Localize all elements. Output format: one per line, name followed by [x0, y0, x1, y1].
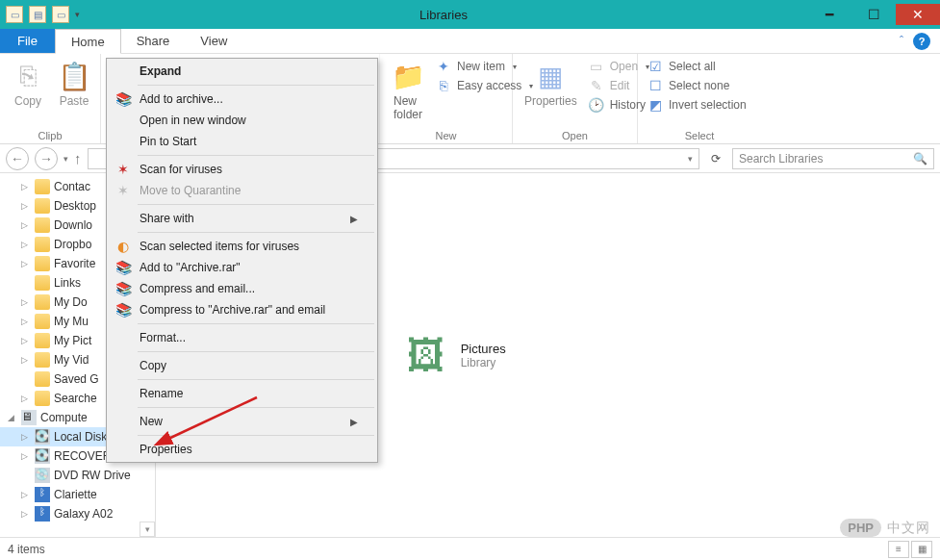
- folder-icon: [35, 391, 50, 406]
- ribbon-group-label: Clipb: [8, 128, 92, 143]
- tree-item-drive[interactable]: 💿DVD RW Drive: [0, 466, 155, 485]
- folder-icon: [35, 275, 50, 291]
- cm-share-with[interactable]: Share with▶: [109, 208, 375, 229]
- qat-newfolder-icon[interactable]: ▭: [52, 6, 69, 23]
- invert-icon: ◩: [648, 97, 663, 113]
- menu-bar: File Home Share View ˆ ?: [0, 29, 940, 54]
- disk-icon: 💽: [35, 429, 50, 445]
- folder-icon: [35, 294, 50, 310]
- folder-icon: [35, 371, 50, 387]
- minimize-button[interactable]: ━: [807, 4, 851, 25]
- virus-orange-icon: ◐: [114, 238, 132, 255]
- file-menu[interactable]: File: [0, 29, 55, 53]
- archive-icon: 📚: [114, 280, 132, 297]
- history-icon: 🕑: [589, 97, 604, 113]
- cm-add-archive[interactable]: 📚Add to archive...: [109, 89, 375, 110]
- address-dropdown-icon[interactable]: ▾: [688, 154, 693, 164]
- refresh-button[interactable]: ⟳: [705, 148, 726, 169]
- dvd-icon: 💿: [35, 468, 50, 483]
- folder-icon: [35, 179, 50, 194]
- back-button[interactable]: ←: [6, 147, 29, 170]
- bluetooth-icon: ᛒ: [35, 506, 50, 522]
- bluetooth-icon: ᛒ: [35, 487, 50, 502]
- title-bar: ▭ ▤ ▭ ▾ Libraries ━ ☐ ✕: [0, 0, 940, 29]
- cm-open-new-window[interactable]: Open in new window: [109, 110, 375, 131]
- submenu-arrow-icon: ▶: [350, 417, 358, 427]
- archive-icon: 📚: [114, 301, 132, 318]
- cm-add-rar[interactable]: 📚Add to "Archive.rar": [109, 257, 375, 278]
- view-details-button[interactable]: ≡: [888, 541, 909, 558]
- folder-icon: [35, 217, 50, 233]
- open-icon: ▭: [589, 59, 604, 74]
- tab-share[interactable]: Share: [121, 29, 186, 53]
- properties-button[interactable]: ▦Properties: [521, 58, 581, 110]
- disk-icon: 💽: [35, 448, 50, 464]
- submenu-arrow-icon: ▶: [350, 214, 358, 224]
- cm-compress-email[interactable]: 📚Compress and email...: [109, 278, 375, 299]
- archive-icon: 📚: [114, 90, 132, 108]
- tab-view[interactable]: View: [185, 29, 242, 53]
- quick-access-toolbar: ▭ ▤ ▭ ▾: [0, 6, 80, 23]
- ribbon-group-clipboard: ⎘Copy 📋Paste Clipb: [0, 54, 101, 143]
- cm-expand[interactable]: Expand: [109, 61, 375, 82]
- virus-grey-icon: ✶: [114, 182, 132, 199]
- copy-button[interactable]: ⎘Copy: [8, 58, 48, 110]
- select-all-icon: ☑: [648, 59, 663, 74]
- tree-item-drive[interactable]: ▷ᛒGalaxy A02: [0, 504, 155, 523]
- cm-rename[interactable]: Rename: [109, 383, 375, 404]
- cm-copy[interactable]: Copy: [109, 355, 375, 376]
- folder-icon: [35, 198, 50, 214]
- cm-pin-start[interactable]: Pin to Start: [109, 131, 375, 152]
- ribbon-group-label: Open: [521, 128, 629, 143]
- tab-home[interactable]: Home: [55, 29, 121, 54]
- up-button[interactable]: ↑: [74, 150, 82, 166]
- context-menu: Expand 📚Add to archive... Open in new wi…: [106, 58, 378, 463]
- new-folder-button[interactable]: 📁New folder: [388, 58, 428, 123]
- folder-icon: [35, 333, 50, 348]
- cm-compress-rar-email[interactable]: 📚Compress to "Archive.rar" and email: [109, 299, 375, 320]
- cm-scan-selected[interactable]: ◐Scan selected items for viruses: [109, 236, 375, 257]
- cm-new[interactable]: New▶: [109, 411, 375, 432]
- ribbon-group-new: 📁New folder ✦New item▾ ⎘Easy access▾ New: [380, 54, 513, 143]
- library-item-pictures[interactable]: 🖼 PicturesLibrary: [403, 192, 506, 518]
- status-bar: 4 items ≡ ▦: [0, 537, 940, 560]
- search-icon: 🔍: [913, 152, 927, 165]
- recent-dropdown-icon[interactable]: ▾: [64, 154, 68, 164]
- easy-access-icon: ⎘: [436, 78, 451, 93]
- cm-format[interactable]: Format...: [109, 327, 375, 348]
- invert-selection-button[interactable]: ◩Invert selection: [646, 96, 749, 114]
- cm-scan-virus[interactable]: ✶Scan for viruses: [109, 159, 375, 180]
- folder-icon: [35, 237, 50, 252]
- window-controls: ━ ☐ ✕: [807, 4, 940, 25]
- search-input[interactable]: Search Libraries 🔍: [732, 148, 934, 169]
- select-none-button[interactable]: ☐Select none: [646, 77, 749, 94]
- maximize-button[interactable]: ☐: [851, 4, 896, 25]
- view-icons-button[interactable]: ▦: [911, 541, 932, 558]
- scroll-down-icon[interactable]: ▾: [140, 522, 155, 537]
- archive-icon: 📚: [114, 259, 132, 276]
- pictures-icon: 🖼: [403, 332, 449, 378]
- cm-properties[interactable]: Properties: [109, 439, 375, 460]
- explorer-icon: ▭: [6, 6, 23, 23]
- qat-props-icon[interactable]: ▤: [29, 6, 46, 23]
- forward-button[interactable]: →: [35, 147, 58, 170]
- cm-quarantine[interactable]: ✶Move to Quarantine: [109, 180, 375, 201]
- ribbon-group-open: ▦Properties ▭Open▾ ✎Edit 🕑History Open: [513, 54, 638, 143]
- computer-icon: 🖥: [21, 410, 37, 425]
- status-text: 4 items: [8, 543, 45, 556]
- help-icon[interactable]: ?: [913, 33, 930, 50]
- select-all-button[interactable]: ☑Select all: [646, 58, 749, 75]
- folder-icon: [35, 352, 50, 368]
- ribbon-group-label: New: [388, 128, 504, 143]
- tree-item-drive[interactable]: ▷ᛒClariette: [0, 485, 155, 504]
- edit-icon: ✎: [589, 78, 604, 93]
- folder-icon: [35, 314, 50, 329]
- ribbon-chevron-icon[interactable]: ˆ: [900, 35, 903, 48]
- window-title: Libraries: [80, 8, 807, 22]
- virus-red-icon: ✶: [114, 161, 132, 178]
- close-button[interactable]: ✕: [896, 4, 940, 25]
- folder-icon: [35, 256, 50, 271]
- ribbon-group-label: Select: [646, 128, 753, 143]
- watermark: PHP 中文网: [840, 519, 930, 537]
- paste-button[interactable]: 📋Paste: [54, 58, 94, 110]
